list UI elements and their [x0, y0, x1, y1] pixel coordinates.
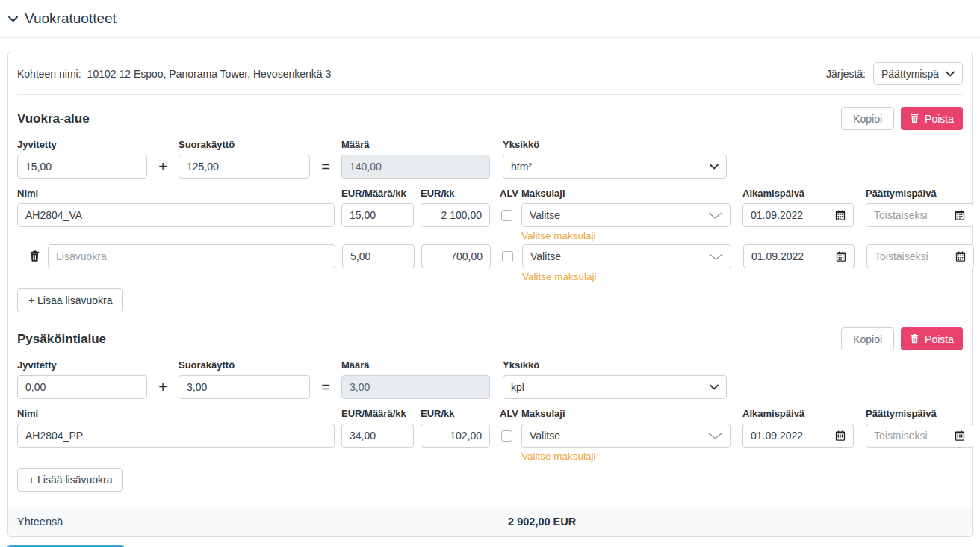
section-title: Pysäköintialue — [17, 332, 106, 347]
calendar-icon — [955, 210, 965, 221]
extra-alkamispaiva-value: 01.09.2022 — [751, 250, 804, 262]
extra-nimi-input[interactable] — [48, 244, 335, 268]
extra-eur-kk-input[interactable] — [421, 244, 491, 268]
property-name-label: Kohteen nimi: — [17, 68, 81, 80]
alv-label: ALV — [500, 188, 518, 199]
maksulaji-select-value: Valitse — [530, 430, 560, 442]
copy-button[interactable]: Kopioi — [841, 327, 894, 350]
add-extra-rent-button[interactable]: + Lisää lisävuokra — [17, 288, 123, 312]
chevron-down-icon — [710, 164, 719, 170]
collapse-chevron-icon[interactable] — [8, 16, 18, 22]
chevron-down-icon — [946, 71, 955, 77]
sort-control: Järjestä: Päättymispä — [826, 62, 963, 85]
extra-maksulaji-select[interactable]: Valitse — [522, 244, 731, 268]
chevron-down-icon — [708, 433, 722, 439]
copy-button[interactable]: Kopioi — [841, 107, 894, 130]
page-title: Vuokratuotteet — [25, 10, 117, 27]
maksulaji-warning: Valitse maksulaji — [521, 230, 731, 241]
paattymispaiva-datepicker[interactable]: Toistaiseksi — [866, 424, 973, 448]
extra-eur-maara-kk-input[interactable] — [342, 244, 415, 268]
yksikko-label: Yksikkö — [503, 139, 727, 150]
suorakaytto-input[interactable] — [179, 155, 310, 179]
delete-row-button[interactable] — [29, 250, 40, 262]
sort-label: Järjestä: — [826, 68, 866, 80]
maksulaji-select[interactable]: Valitse — [521, 203, 731, 227]
calendar-icon — [835, 210, 846, 221]
alkamispaiva-datepicker[interactable]: 01.09.2022 — [742, 203, 854, 227]
eur-kk-label: EUR/kk — [421, 408, 490, 419]
maara-input — [341, 375, 490, 399]
calendar-icon — [836, 251, 846, 262]
yksikko-label: Yksikkö — [503, 359, 727, 371]
nimi-label: Nimi — [17, 188, 335, 199]
eur-kk-input[interactable] — [421, 203, 490, 227]
extra-alkamispaiva-datepicker[interactable]: 01.09.2022 — [743, 244, 855, 268]
calendar-icon — [955, 430, 965, 442]
jyvitetty-input[interactable] — [17, 155, 147, 179]
jyvitetty-label: Jyvitetty — [17, 139, 147, 150]
yksikko-select[interactable]: htm² — [503, 155, 727, 179]
maksulaji-select[interactable]: Valitse — [521, 424, 731, 448]
paattymispaiva-placeholder: Toistaiseksi — [874, 430, 928, 442]
card-toolbar: Kohteen nimi: 10102 12 Espoo, Panorama T… — [17, 52, 963, 95]
eur-kk-input[interactable] — [421, 424, 490, 448]
jyvitetty-label: Jyvitetty — [17, 359, 147, 371]
eur-maara-kk-label: EUR/Määrä/kk — [341, 188, 414, 199]
extra-alv-checkbox[interactable] — [502, 251, 513, 262]
equals-operator: = — [310, 375, 341, 399]
alkamispaiva-datepicker[interactable]: 01.09.2022 — [742, 424, 854, 448]
extra-paattymispaiva-placeholder: Toistaiseksi — [875, 250, 928, 262]
maksulaji-select-value: Valitse — [530, 209, 560, 221]
product-row: Nimi EUR/Määrä/kk EUR/kk ALV Maksulaji V… — [17, 408, 963, 462]
paattymispaiva-label: Päättymispäivä — [866, 188, 973, 199]
rental-products-card: Kohteen nimi: 10102 12 Espoo, Panorama T… — [7, 52, 973, 537]
section-pysakointialue: Pysäköintialue Kopioi Poista Jyvitetty +… — [8, 327, 972, 492]
quantity-row: Jyvitetty + Suorakäyttö = Määrä Yksikkö … — [17, 139, 963, 179]
property-name: Kohteen nimi: 10102 12 Espoo, Panorama T… — [17, 68, 331, 80]
suorakaytto-input[interactable] — [179, 375, 310, 399]
delete-section-button[interactable]: Poista — [901, 107, 963, 130]
sort-select[interactable]: Päättymispä — [873, 62, 963, 85]
alv-checkbox[interactable] — [501, 430, 512, 442]
product-row: Nimi EUR/Määrä/kk EUR/kk ALV Maksulaji V… — [17, 188, 963, 241]
calendar-icon — [835, 430, 846, 442]
alkamispaiva-label: Alkamispäivä — [742, 408, 854, 419]
total-label: Yhteensä — [17, 516, 63, 528]
eur-kk-label: EUR/kk — [421, 188, 490, 199]
alkamispaiva-value: 01.09.2022 — [751, 209, 803, 221]
quantity-row: Jyvitetty + Suorakäyttö = Määrä Yksikkö … — [17, 359, 963, 399]
yksikko-select-value: kpl — [511, 381, 524, 393]
alkamispaiva-label: Alkamispäivä — [742, 188, 854, 199]
totals-footer: Yhteensä 2 902,00 EUR — [8, 507, 972, 536]
eur-maara-kk-label: EUR/Määrä/kk — [341, 408, 414, 419]
nimi-input[interactable] — [17, 424, 335, 448]
alv-checkbox[interactable] — [501, 210, 512, 221]
sort-select-value: Päättymispä — [881, 68, 939, 80]
chevron-down-icon — [708, 212, 722, 219]
paattymispaiva-label: Päättymispäivä — [866, 408, 973, 419]
extra-paattymispaiva-datepicker[interactable]: Toistaiseksi — [866, 244, 974, 268]
maksulaji-warning: Valitse maksulaji — [521, 451, 731, 462]
nimi-input[interactable] — [17, 203, 335, 227]
plus-operator: + — [147, 155, 179, 179]
paattymispaiva-datepicker[interactable]: Toistaiseksi — [866, 203, 973, 227]
extra-maksulaji-warning: Valitse maksulaji — [522, 271, 731, 282]
section-vuokra-alue: Vuokra-alue Kopioi Poista Jyvitetty + Su… — [8, 107, 972, 312]
maksulaji-label: Maksulaji — [521, 188, 731, 199]
maara-label: Määrä — [341, 359, 490, 371]
property-name-value: 10102 12 Espoo, Panorama Tower, Hevosenk… — [87, 68, 332, 80]
eur-maara-kk-input[interactable] — [341, 424, 414, 448]
alkamispaiva-value: 01.09.2022 — [751, 430, 803, 442]
suorakaytto-label: Suorakäyttö — [179, 359, 310, 371]
equals-operator: = — [310, 155, 341, 179]
chevron-down-icon — [709, 253, 723, 260]
maara-input — [341, 155, 490, 179]
trash-icon — [910, 333, 919, 344]
section-title: Vuokra-alue — [17, 111, 90, 126]
jyvitetty-input[interactable] — [17, 375, 147, 399]
delete-section-button[interactable]: Poista — [901, 327, 963, 350]
add-extra-rent-button[interactable]: + Lisää lisävuokra — [17, 468, 123, 492]
yksikko-select[interactable]: kpl — [503, 375, 727, 399]
extra-maksulaji-select-value: Valitse — [530, 250, 561, 262]
eur-maara-kk-input[interactable] — [341, 203, 414, 227]
